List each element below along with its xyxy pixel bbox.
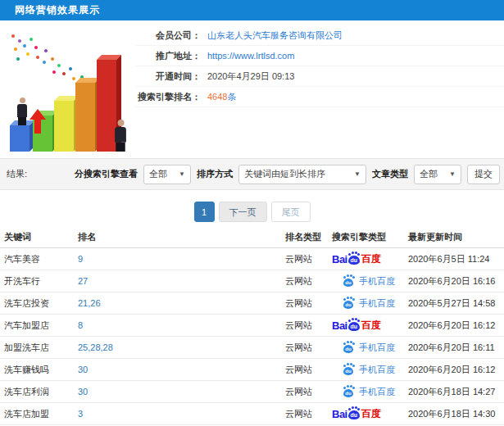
info-label: 会员公司： [135, 25, 201, 46]
mobile-baidu-label: 手机百度 [359, 364, 395, 376]
table-row: 汽车加盟店8云网站Baidu百度2020年6月20日 16:12 [0, 315, 504, 337]
article-type-select[interactable]: 全部 ▼ [414, 165, 461, 184]
rank-cell[interactable]: 30 [78, 387, 285, 397]
info-row: 搜索引擎排名：4648条 [135, 87, 504, 107]
header-rank-type: 排名类型 [285, 231, 332, 243]
baidu-paw-icon: du [343, 279, 353, 287]
chart-bar-yellow [54, 101, 74, 152]
table-row: 洗车店加盟3云网站Baidu百度2020年6月18日 14:30 [0, 403, 504, 425]
baidu-text-icon: Bai [332, 253, 347, 265]
confetti-decoration [11, 34, 15, 38]
chevron-down-icon: ▼ [179, 170, 185, 178]
chart-bar-blue [10, 125, 30, 152]
baidu-cn-text: 百度 [361, 319, 381, 333]
page-1-button[interactable]: 1 [194, 202, 215, 222]
table-row: 洗车店投资21,26云网站du手机百度2020年5月27日 14:58 [0, 292, 504, 315]
time-cell: 2020年6月18日 14:27 [408, 386, 504, 398]
keyword-cell: 洗车店加盟 [4, 408, 78, 420]
rank-type-cell: 云网站 [285, 275, 332, 288]
engine-select-value: 全部 [149, 168, 167, 180]
mobile-baidu-paw-icon: du [343, 387, 356, 397]
header-bar: 网络营销效果展示 [0, 0, 504, 20]
time-cell: 2020年6月18日 14:30 [408, 408, 504, 420]
mobile-baidu-logo: du手机百度 [332, 342, 408, 354]
info-link[interactable]: 山东老人头汽车服务咨询有限公司 [207, 30, 343, 40]
rank-cell[interactable]: 27 [78, 276, 285, 286]
mobile-baidu-label: 手机百度 [359, 275, 395, 288]
baidu-paw-icon: du [343, 389, 353, 397]
mobile-baidu-paw-icon: du [343, 365, 356, 375]
businessman-right [114, 120, 127, 152]
engine-select[interactable]: 全部 ▼ [143, 165, 191, 184]
baidu-paw-icon: du [343, 345, 353, 353]
mobile-baidu-label: 手机百度 [359, 386, 395, 398]
baidu-paw-icon: du [343, 367, 353, 375]
table-row: 加盟洗车店25,28,28云网站du手机百度2020年6月20日 16:11 [0, 337, 504, 359]
result-label: 结果: [7, 168, 27, 180]
mobile-baidu-paw-icon: du [343, 276, 356, 287]
header-update-time: 最新更新时间 [408, 231, 504, 243]
filter-controls: 分搜索引擎查看 全部 ▼ 排序方式 关键词由短到长排序 ▼ 文章类型 全部 ▼ … [75, 165, 504, 184]
keyword-cell: 加盟洗车店 [4, 342, 78, 354]
baidu-text-icon: Bai [332, 408, 347, 420]
chevron-down-icon: ▼ [354, 170, 361, 178]
sort-select[interactable]: 关键词由短到长排序 ▼ [238, 165, 366, 184]
mobile-baidu-logo: du手机百度 [332, 297, 408, 310]
rank-cell[interactable]: 25,28,28 [78, 342, 285, 352]
mobile-baidu-logo: du手机百度 [332, 386, 408, 398]
results-table: 关键词 排名 排名类型 搜索引擎类型 最新更新时间 汽车美容9云网站Baidu百… [0, 226, 504, 425]
next-page-button[interactable]: 下一页 [219, 202, 267, 222]
keyword-cell: 开洗车行 [4, 275, 78, 288]
mobile-baidu-logo: du手机百度 [332, 364, 408, 376]
rank-type-cell: 云网站 [285, 253, 332, 265]
header-keyword: 关键词 [4, 231, 78, 243]
rank-cell[interactable]: 9 [78, 254, 285, 264]
keyword-cell: 汽车加盟店 [4, 320, 78, 332]
page: 网络营销效果展示 会员公司：山东老人头汽车服务咨询有限公司推广地址：https:… [0, 0, 504, 426]
page-title: 网络营销效果展示 [15, 0, 100, 20]
info-row: 会员公司：山东老人头汽车服务咨询有限公司 [135, 25, 504, 46]
time-cell: 2020年5月27日 14:58 [408, 297, 504, 310]
rank-cell[interactable]: 3 [78, 409, 285, 419]
table-header-row: 关键词 排名 排名类型 搜索引擎类型 最新更新时间 [0, 226, 504, 248]
table-body: 汽车美容9云网站Baidu百度2020年6月5日 11:24开洗车行27云网站d… [0, 248, 504, 425]
last-page-button[interactable]: 尾页 [271, 202, 311, 222]
baidu-paw-icon: du [343, 301, 353, 309]
engine-filter-label: 分搜索引擎查看 [75, 168, 138, 180]
baidu-logo: Baidu百度 [332, 407, 408, 421]
keyword-cell: 汽车美容 [4, 253, 78, 265]
rank-cell[interactable]: 8 [78, 320, 285, 330]
baidu-paw-icon: du [348, 256, 360, 265]
time-cell: 2020年6月20日 16:12 [408, 364, 504, 376]
mobile-baidu-paw-icon: du [343, 342, 356, 353]
filter-bar: 结果: 分搜索引擎查看 全部 ▼ 排序方式 关键词由短到长排序 ▼ 文章类型 全… [0, 158, 504, 190]
mobile-baidu-logo: du手机百度 [332, 275, 408, 288]
baidu-paw-icon: du [348, 410, 360, 419]
info-text: 2020年4月29日 09:13 [207, 71, 294, 81]
baidu-logo: Baidu百度 [332, 319, 408, 333]
article-type-label: 文章类型 [372, 168, 408, 180]
rank-cell[interactable]: 30 [78, 365, 285, 374]
time-cell: 2020年6月20日 16:12 [408, 320, 504, 332]
info-link[interactable]: https://www.lrtlsd.com [207, 51, 294, 61]
time-cell: 2020年6月20日 16:11 [408, 342, 504, 354]
sort-filter-label: 排序方式 [197, 168, 233, 180]
rank-type-cell: 云网站 [285, 408, 332, 420]
rank-cell[interactable]: 21,26 [78, 298, 285, 308]
ranking-count-suffix: 条 [227, 92, 236, 102]
info-row: 推广地址：https://www.lrtlsd.com [135, 46, 504, 66]
keyword-cell: 洗车赚钱吗 [4, 364, 78, 376]
time-cell: 2020年6月20日 16:16 [408, 275, 504, 288]
baidu-cn-text: 百度 [361, 252, 381, 266]
businessman-left [16, 97, 28, 125]
time-cell: 2020年6月5日 11:24 [408, 253, 504, 265]
rank-type-cell: 云网站 [285, 297, 332, 310]
info-label: 开通时间： [135, 66, 201, 87]
baidu-cn-text: 百度 [361, 407, 381, 421]
baidu-paw-icon: du [348, 322, 360, 331]
ranking-count: 4648 [207, 92, 227, 102]
table-row: 洗车赚钱吗30云网站du手机百度2020年6月20日 16:12 [0, 359, 504, 381]
keyword-cell: 洗车店利润 [4, 386, 78, 398]
article-select-value: 全部 [420, 168, 438, 180]
submit-button[interactable]: 提交 [467, 165, 500, 184]
